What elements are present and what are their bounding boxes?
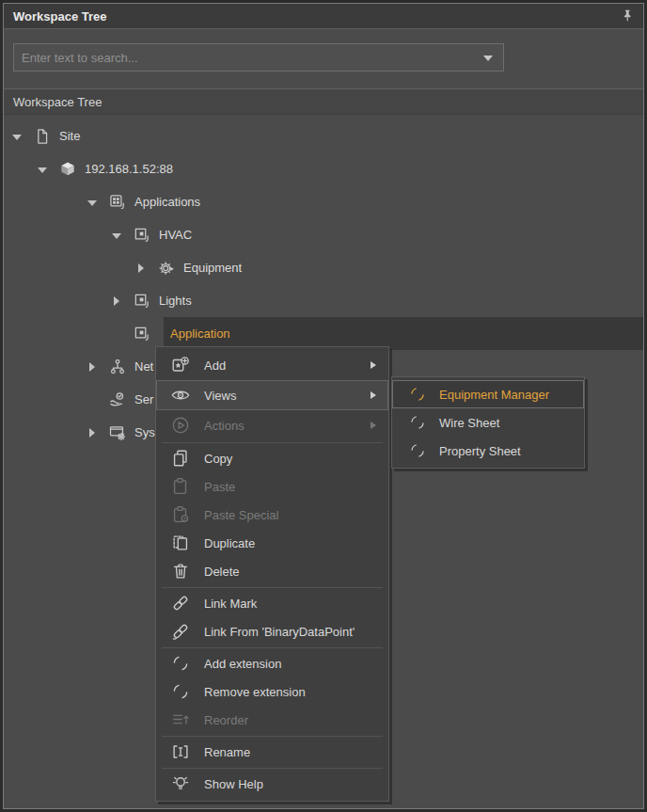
tree-item-hvac[interactable]: HVAC — [3, 218, 643, 251]
play-circle-icon — [170, 415, 191, 436]
expander-right-icon[interactable] — [134, 262, 148, 275]
tree-item-applications[interactable]: Applications — [3, 185, 643, 218]
menu-item-label: Add extension — [204, 657, 281, 671]
submenu-item-equipment-manager[interactable]: Equipment Manager — [392, 380, 584, 408]
search-combobox — [13, 43, 504, 72]
search-dropdown-arrow-icon[interactable] — [483, 56, 493, 61]
services-icon — [108, 390, 127, 409]
menu-separator — [162, 736, 383, 737]
expander-right-icon[interactable] — [110, 295, 123, 308]
menu-separator — [162, 587, 383, 588]
app-grid-icon — [108, 193, 127, 212]
expander-down-icon[interactable] — [110, 229, 123, 242]
tree-item-site[interactable]: Site — [3, 119, 643, 152]
app-component-icon — [133, 226, 151, 245]
menu-item-add[interactable]: Add — [156, 350, 388, 380]
rename-icon — [170, 741, 191, 762]
expander-down-icon[interactable] — [36, 163, 49, 176]
menu-item-paste-special[interactable]: Paste Special — [156, 501, 388, 529]
menu-item-label: Rename — [204, 745, 250, 759]
submenu-item-label: Equipment Manager — [439, 388, 549, 402]
pin-button[interactable] — [618, 8, 637, 26]
menu-item-duplicate[interactable]: Duplicate — [156, 529, 388, 557]
paste-icon — [170, 476, 191, 497]
app-component-icon — [133, 325, 151, 343]
network-icon — [108, 358, 127, 376]
tree-item-station[interactable]: 192.168.1.52:88 — [3, 152, 643, 185]
menu-item-actions[interactable]: Actions — [156, 410, 388, 440]
expander-down-icon[interactable] — [10, 130, 24, 143]
tree-section-bar: Workspace Tree — [4, 88, 643, 115]
menu-item-label: Copy — [204, 452, 232, 466]
menu-item-paste[interactable]: Paste — [156, 472, 388, 501]
app-component-icon — [133, 292, 151, 310]
view-circular-icon — [408, 413, 427, 432]
submenu-arrow-icon — [371, 422, 376, 429]
menu-item-link-mark[interactable]: Link Mark — [156, 589, 388, 617]
trash-icon — [170, 561, 191, 581]
menu-separator — [162, 647, 383, 648]
pin-icon — [618, 15, 637, 29]
lightbulb-icon — [170, 773, 191, 794]
tree-item-label: Ser — [134, 392, 153, 406]
tree-item-equipment[interactable]: Equipment — [3, 251, 643, 284]
submenu-item-label: Property Sheet — [439, 444, 521, 458]
link-icon — [170, 593, 191, 613]
menu-item-delete[interactable]: Delete — [156, 557, 388, 585]
equipment-gear-icon — [157, 259, 176, 278]
document-icon — [33, 127, 52, 146]
extension-icon — [170, 653, 191, 674]
context-menu: Add Views Actions — [155, 346, 389, 802]
menu-item-copy[interactable]: Copy — [156, 444, 388, 472]
view-circular-icon — [408, 441, 427, 460]
menu-item-label: Remove extension — [204, 685, 306, 699]
eye-icon — [170, 385, 191, 406]
menu-item-views[interactable]: Views — [156, 380, 388, 410]
menu-separator — [162, 442, 383, 443]
tree-item-label: Application — [170, 326, 230, 341]
menu-item-rename[interactable]: Rename — [156, 738, 388, 766]
search-input[interactable] — [13, 43, 504, 72]
submenu-item-wire-sheet[interactable]: Wire Sheet — [392, 408, 584, 437]
paste-special-icon — [170, 504, 191, 525]
tree-item-label: Site — [59, 129, 80, 143]
tree-item-label: Sys — [134, 425, 155, 439]
system-icon — [108, 423, 127, 442]
panel-header: Workspace Tree — [4, 4, 643, 29]
menu-item-label: Views — [204, 389, 236, 403]
menu-item-link-from[interactable]: Link From 'BinaryDataPoint' — [156, 617, 388, 645]
reorder-icon — [170, 709, 191, 730]
tree-item-label: Net — [134, 359, 153, 374]
submenu-arrow-icon — [371, 391, 376, 399]
menu-item-reorder[interactable]: Reorder — [156, 706, 388, 734]
menu-item-label: Delete — [204, 565, 240, 579]
menu-item-label: Paste Special — [204, 508, 279, 522]
tree-item-label: Lights — [159, 294, 192, 308]
workspace-tree-panel: Workspace Tree Workspace Tree Site — [0, 0, 647, 812]
menu-separator — [162, 768, 383, 769]
views-submenu: Equipment Manager Wire Sheet Property Sh… — [391, 376, 585, 469]
menu-item-label: Paste — [204, 480, 235, 494]
menu-item-label: Link From 'BinaryDataPoint' — [204, 625, 355, 639]
link-from-icon — [170, 621, 191, 642]
selected-row-highlight: Application — [164, 317, 643, 350]
submenu-arrow-icon — [371, 361, 376, 369]
expander-right-icon[interactable] — [86, 426, 99, 439]
add-icon — [170, 355, 191, 375]
tree-item-label: Applications — [134, 195, 200, 209]
tree-item-lights[interactable]: Lights — [3, 284, 643, 317]
tree-item-label: 192.168.1.52:88 — [85, 162, 173, 176]
menu-item-label: Link Mark — [204, 597, 257, 611]
menu-item-show-help[interactable]: Show Help — [156, 770, 388, 798]
copy-icon — [170, 448, 191, 469]
submenu-item-label: Wire Sheet — [439, 416, 499, 430]
submenu-item-property-sheet[interactable]: Property Sheet — [392, 437, 584, 465]
tree-item-label: Equipment — [183, 261, 242, 275]
menu-item-add-extension[interactable]: Add extension — [156, 649, 388, 677]
duplicate-icon — [170, 533, 191, 553]
menu-item-remove-extension[interactable]: Remove extension — [156, 677, 388, 706]
expander-down-icon[interactable] — [86, 196, 99, 209]
expander-right-icon[interactable] — [86, 360, 99, 374]
station-cube-icon — [58, 160, 77, 179]
tree-item-application-selected[interactable]: Application — [3, 317, 643, 350]
